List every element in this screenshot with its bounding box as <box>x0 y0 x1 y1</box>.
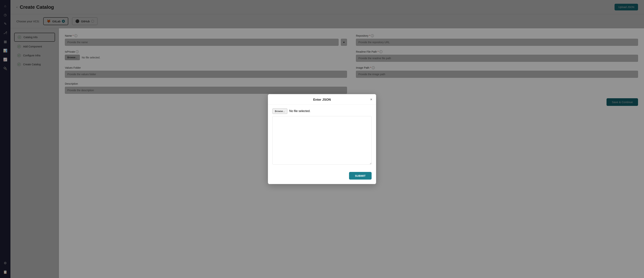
modal-file-none-label: No file selected. <box>289 109 310 113</box>
submit-button[interactable]: SUBMIT <box>349 172 372 180</box>
modal-body: Browse... No file selected. <box>268 105 376 169</box>
modal-close-button[interactable]: × <box>370 98 372 101</box>
modal-title: Enter JSON <box>313 98 331 102</box>
json-textarea[interactable] <box>272 116 372 164</box>
modal-footer: SUBMIT <box>268 169 376 184</box>
enter-json-modal: Enter JSON × Browse... No file selected.… <box>268 94 376 184</box>
modal-header: Enter JSON × <box>268 94 376 105</box>
modal-browse-button[interactable]: Browse... <box>272 109 287 114</box>
modal-overlay[interactable]: Enter JSON × Browse... No file selected.… <box>0 0 644 278</box>
modal-file-browse-row: Browse... No file selected. <box>272 109 372 114</box>
